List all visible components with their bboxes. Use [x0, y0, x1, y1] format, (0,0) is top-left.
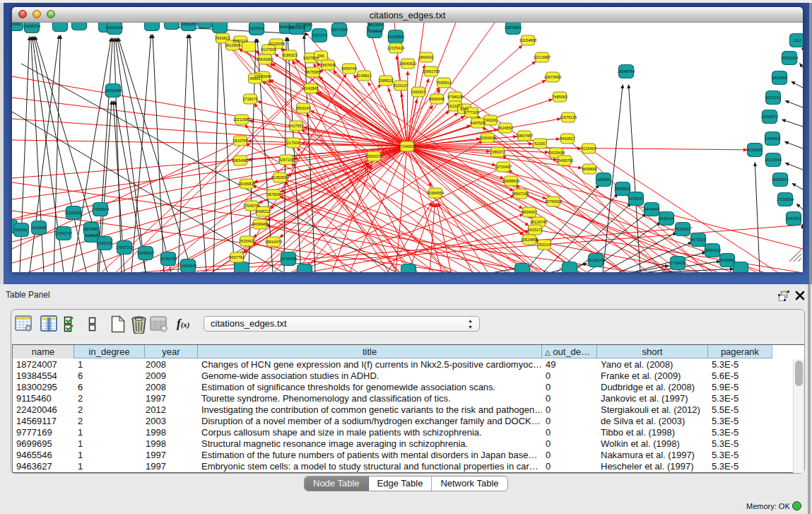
svg-text:8471626: 8471626	[690, 238, 705, 242]
svg-text:7632621: 7632621	[675, 227, 690, 231]
svg-text:9327508: 9327508	[303, 56, 318, 60]
svg-text:6497508: 6497508	[470, 121, 485, 125]
svg-text:13524851: 13524851	[521, 238, 538, 242]
svg-text:15495796: 15495796	[556, 158, 573, 163]
svg-text:1244415: 1244415	[765, 136, 779, 141]
svg-text:1810755: 1810755	[233, 139, 247, 143]
svg-text:9699695: 9699695	[582, 167, 596, 171]
svg-text:15136141: 15136141	[587, 258, 604, 262]
svg-text:7357274: 7357274	[312, 33, 326, 37]
svg-text:252214: 252214	[538, 243, 551, 247]
svg-text:3912954: 3912954	[225, 43, 240, 47]
svg-text:16640910: 16640910	[399, 62, 416, 66]
svg-text:1595135: 1595135	[97, 241, 112, 245]
svg-text:20053346: 20053346	[105, 88, 122, 93]
svg-text:1115668: 1115668	[32, 226, 47, 230]
svg-text:1327602: 1327602	[249, 26, 264, 30]
svg-text:114519: 114519	[86, 233, 98, 238]
svg-text:98901: 98901	[249, 76, 260, 81]
svg-text:9329366: 9329366	[772, 76, 787, 80]
svg-text:12923448: 12923448	[180, 264, 196, 268]
svg-text:11353594: 11353594	[271, 175, 288, 180]
svg-text:9463627: 9463627	[560, 136, 575, 141]
svg-text:1362615: 1362615	[411, 90, 425, 94]
svg-text:8938923: 8938923	[615, 187, 630, 191]
svg-text:18907249: 18907249	[512, 192, 529, 196]
svg-text:164095: 164095	[597, 177, 610, 182]
svg-text:12213967: 12213967	[534, 55, 551, 59]
svg-text:16571355: 16571355	[331, 28, 348, 32]
svg-text:8186323: 8186323	[282, 53, 297, 57]
svg-text:394151: 394151	[15, 228, 28, 232]
svg-text:8454749: 8454749	[341, 66, 356, 71]
svg-text:1733426: 1733426	[670, 261, 685, 265]
svg-text:8675685: 8675685	[305, 70, 320, 74]
svg-text:17016504: 17016504	[777, 197, 794, 201]
svg-text:16033809: 16033809	[288, 25, 305, 30]
svg-text:8813054: 8813054	[368, 23, 383, 27]
svg-text:19975857: 19975857	[83, 227, 100, 231]
svg-text:9115460: 9115460	[581, 146, 596, 151]
svg-text:9245682: 9245682	[719, 258, 734, 262]
svg-text:15300275: 15300275	[365, 154, 382, 158]
svg-text:18120746: 18120746	[530, 220, 547, 224]
svg-text:3624554: 3624554	[498, 126, 512, 130]
svg-text:20691406: 20691406	[106, 25, 123, 30]
svg-text:746206: 746206	[484, 118, 497, 122]
svg-text:12975125: 12975125	[560, 115, 577, 119]
svg-text:7386372: 7386372	[490, 150, 505, 154]
svg-text:8990448: 8990448	[429, 97, 444, 101]
svg-text:15692971: 15692971	[772, 177, 789, 182]
svg-text:3498222: 3498222	[255, 209, 270, 214]
svg-text:9657791: 9657791	[229, 255, 244, 259]
svg-text:14099489: 14099489	[252, 222, 269, 226]
svg-text:1112: 1112	[793, 38, 801, 42]
svg-text:9474444: 9474444	[644, 207, 659, 211]
svg-text:7485063: 7485063	[552, 95, 567, 99]
svg-text:13226058: 13226058	[268, 42, 285, 46]
svg-text:2718170: 2718170	[242, 97, 257, 101]
svg-text:6794028: 6794028	[447, 95, 462, 99]
svg-text:19218506: 19218506	[387, 35, 404, 39]
svg-text:7625402: 7625402	[239, 239, 254, 243]
svg-text:10807487: 10807487	[516, 134, 533, 138]
svg-text:23996: 23996	[12, 23, 21, 26]
svg-text:16782759: 16782759	[160, 257, 177, 261]
svg-text:13716485: 13716485	[280, 257, 297, 261]
svg-text:10961758: 10961758	[423, 69, 440, 74]
svg-text:10688609: 10688609	[502, 179, 519, 183]
svg-text:15751024: 15751024	[781, 56, 798, 60]
svg-text:9227342: 9227342	[765, 95, 780, 100]
svg-text:7663822: 7663822	[215, 36, 230, 40]
svg-text:12093872: 12093872	[761, 115, 778, 119]
svg-text:1167533: 1167533	[786, 216, 801, 221]
svg-text:19654985: 19654985	[232, 158, 249, 163]
svg-text:2867608: 2867608	[320, 63, 335, 67]
svg-text:10154808: 10154808	[519, 38, 536, 42]
svg-text:7515526: 7515526	[367, 29, 382, 33]
svg-text:2803144: 2803144	[295, 106, 310, 110]
svg-text:8220137: 8220137	[393, 83, 408, 88]
svg-text:9777169: 9777169	[464, 110, 478, 115]
svg-text:9427552: 9427552	[288, 124, 303, 128]
svg-text:6479197: 6479197	[628, 197, 643, 201]
svg-text:12213383: 12213383	[233, 117, 250, 122]
svg-text:19166825: 19166825	[238, 182, 255, 186]
svg-text:7955812: 7955812	[436, 81, 451, 85]
svg-text:10653267: 10653267	[180, 23, 197, 26]
svg-text:9242845: 9242845	[303, 86, 318, 90]
svg-text:1588520: 1588520	[378, 78, 393, 83]
svg-text:16543362: 16543362	[257, 57, 273, 62]
svg-text:546: 546	[317, 54, 324, 58]
svg-text:17046766: 17046766	[243, 204, 260, 208]
svg-text:16914479: 16914479	[265, 240, 282, 244]
svg-text:10958107: 10958107	[137, 251, 154, 255]
svg-text:3267130: 3267130	[278, 158, 293, 162]
svg-text:217006: 217006	[287, 141, 300, 145]
svg-text:17240007: 17240007	[399, 144, 416, 148]
svg-text:9127505: 9127505	[261, 47, 276, 52]
svg-text:8215955: 8215955	[747, 148, 762, 152]
svg-text:16210643: 16210643	[765, 158, 782, 162]
svg-text:1815172: 1815172	[527, 228, 542, 232]
svg-text:20364436: 20364436	[479, 136, 496, 140]
